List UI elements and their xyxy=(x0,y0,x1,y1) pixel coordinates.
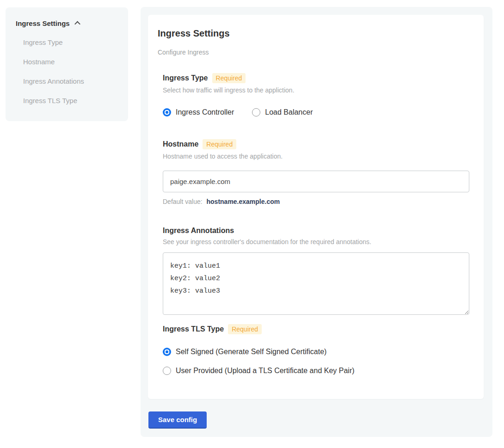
sidebar-item-ingress-tls-type[interactable]: Ingress TLS Type xyxy=(23,97,128,105)
radio-option-label: Self Signed (Generate Self Signed Certif… xyxy=(176,348,326,356)
hostname-label: Hostname xyxy=(163,140,198,148)
required-badge: Required xyxy=(203,139,236,149)
save-config-button[interactable]: Save config xyxy=(148,411,207,429)
ingress-type-radio-group: Ingress Controller Load Balancer xyxy=(163,108,469,117)
radio-selected-icon[interactable] xyxy=(163,108,171,117)
radio-option-ingress-controller[interactable]: Ingress Controller xyxy=(163,108,234,117)
hostname-input[interactable] xyxy=(163,171,469,192)
radio-option-load-balancer[interactable]: Load Balancer xyxy=(252,108,313,117)
ingress-annotations-help: See your ingress controller's documentat… xyxy=(163,238,469,245)
sidebar-group-ingress-settings[interactable]: Ingress Settings xyxy=(16,19,128,27)
hostname-help: Hostname used to access the application. xyxy=(163,153,469,160)
default-value-link[interactable]: hostname.example.com xyxy=(207,198,280,205)
section-ingress-tls-type: Ingress TLS Type Required Self Signed (G… xyxy=(163,324,469,375)
radio-option-self-signed[interactable]: Self Signed (Generate Self Signed Certif… xyxy=(163,348,469,356)
page-title: Ingress Settings xyxy=(158,28,469,39)
section-ingress-annotations: Ingress Annotations See your ingress con… xyxy=(163,227,469,315)
radio-option-user-provided[interactable]: User Provided (Upload a TLS Certificate … xyxy=(163,367,469,375)
ingress-tls-type-label: Ingress TLS Type xyxy=(163,325,224,333)
required-badge: Required xyxy=(228,324,262,334)
ingress-tls-radio-group: Self Signed (Generate Self Signed Certif… xyxy=(163,348,469,375)
ingress-type-help: Select how traffic will ingress to the a… xyxy=(163,86,469,94)
required-badge: Required xyxy=(212,73,246,83)
chevron-up-icon xyxy=(74,21,80,27)
config-panel: Ingress Settings Configure Ingress Ingre… xyxy=(141,7,492,437)
radio-unselected-icon[interactable] xyxy=(252,108,260,117)
sidebar-item-hostname[interactable]: Hostname xyxy=(23,58,128,66)
section-ingress-type: Ingress Type Required Select how traffic… xyxy=(163,73,469,117)
config-card: Ingress Settings Configure Ingress Ingre… xyxy=(148,15,484,399)
radio-unselected-icon[interactable] xyxy=(163,367,171,375)
radio-option-label: Load Balancer xyxy=(265,108,313,117)
section-hostname: Hostname Required Hostname used to acces… xyxy=(163,139,469,205)
config-nav-sidebar: Ingress Settings Ingress Type Hostname I… xyxy=(6,7,128,121)
ingress-annotations-label: Ingress Annotations xyxy=(163,227,234,235)
ingress-annotations-textarea[interactable]: key1: value1 key2: value2 key3: value3 xyxy=(163,252,469,315)
sidebar-group-label: Ingress Settings xyxy=(16,19,70,27)
radio-option-label: User Provided (Upload a TLS Certificate … xyxy=(176,367,355,375)
radio-option-label: Ingress Controller xyxy=(176,108,234,117)
page-subtitle: Configure Ingress xyxy=(158,49,469,56)
radio-selected-icon[interactable] xyxy=(163,348,171,356)
sidebar-item-ingress-annotations[interactable]: Ingress Annotations xyxy=(23,77,128,86)
sidebar-item-ingress-type[interactable]: Ingress Type xyxy=(23,38,128,47)
default-value-prefix: Default value: xyxy=(163,198,203,205)
hostname-default-line: Default value: hostname.example.com xyxy=(163,198,469,205)
ingress-type-label: Ingress Type xyxy=(163,74,208,82)
